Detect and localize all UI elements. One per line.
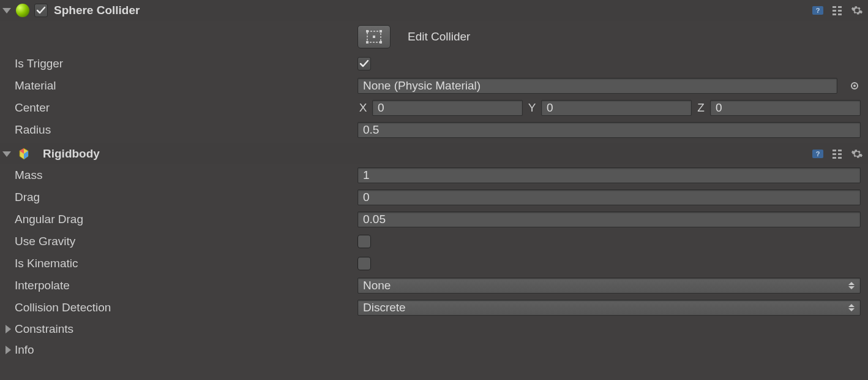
row-radius: Radius 0.5 (0, 119, 868, 141)
svg-rect-3 (838, 6, 842, 8)
svg-text:?: ? (816, 150, 820, 158)
foldout-toggle[interactable] (1, 5, 12, 16)
input-center-z[interactable]: 0 (710, 100, 861, 116)
input-center-x[interactable]: 0 (372, 100, 523, 116)
row-info: Info (0, 340, 868, 360)
row-drag: Drag 0 (0, 186, 868, 208)
label-interpolate: Interpolate (15, 279, 357, 292)
row-center: Center X 0 Y 0 Z 0 (0, 97, 868, 119)
input-drag[interactable]: 0 (357, 189, 861, 205)
row-collision-detection: Collision Detection Discrete (0, 297, 868, 319)
foldout-toggle-constraints[interactable] (2, 324, 13, 335)
label-material: Material (15, 79, 357, 93)
svg-rect-17 (838, 150, 842, 151)
svg-text:?: ? (816, 7, 820, 14)
label-collision-detection: Collision Detection (15, 301, 357, 314)
svg-rect-12 (380, 41, 382, 44)
label-is-trigger: Is Trigger (15, 57, 357, 70)
help-icon[interactable]: ? (810, 146, 825, 161)
row-constraints: Constraints (0, 319, 868, 340)
row-is-trigger: Is Trigger (0, 53, 868, 75)
row-use-gravity: Use Gravity (0, 230, 868, 253)
material-value: None (Physic Material) (363, 79, 481, 93)
label-info: Info (15, 343, 34, 357)
gear-icon[interactable] (850, 146, 864, 161)
input-center-y[interactable]: 0 (541, 100, 692, 116)
svg-rect-7 (838, 13, 842, 15)
sphere-collider-icon (16, 4, 29, 17)
object-picker-icon[interactable] (848, 80, 861, 92)
svg-rect-2 (832, 6, 836, 8)
preset-icon[interactable] (830, 3, 845, 18)
component-sphere-collider: Sphere Collider ? Edit C (0, 0, 868, 143)
svg-rect-10 (380, 30, 382, 32)
component-header: Sphere Collider ? (0, 0, 868, 21)
svg-rect-4 (832, 10, 836, 12)
row-interpolate: Interpolate None (0, 275, 868, 297)
component-title: Sphere Collider (54, 4, 140, 17)
checkbox-is-kinematic[interactable] (357, 257, 371, 270)
chevron-updown-icon (848, 304, 855, 311)
row-mass: Mass 1 (0, 164, 868, 186)
edit-collider-button[interactable] (357, 25, 391, 48)
collision-detection-value: Discrete (363, 301, 406, 314)
svg-rect-16 (832, 150, 836, 151)
label-z: Z (695, 101, 706, 115)
row-material: Material None (Physic Material) (0, 75, 868, 97)
checkbox-use-gravity[interactable] (357, 235, 371, 248)
row-edit-collider: Edit Collider (0, 21, 868, 53)
input-angular-drag[interactable]: 0.05 (357, 211, 861, 227)
edit-collider-label: Edit Collider (408, 30, 470, 44)
label-mass: Mass (15, 169, 357, 182)
dropdown-interpolate[interactable]: None (357, 278, 861, 294)
label-drag: Drag (15, 191, 357, 204)
label-angular-drag: Angular Drag (15, 213, 357, 226)
input-mass[interactable]: 1 (357, 167, 861, 183)
component-rigidbody: Rigidbody ? Mass 1 Drag 0 Angular Drag 0… (0, 143, 868, 360)
edit-collider-icon (365, 29, 383, 44)
svg-rect-5 (838, 10, 842, 12)
label-is-kinematic: Is Kinematic (15, 257, 357, 270)
svg-rect-13 (373, 36, 375, 38)
svg-rect-11 (366, 41, 369, 44)
label-use-gravity: Use Gravity (15, 235, 357, 248)
component-title: Rigidbody (43, 147, 100, 161)
svg-rect-20 (832, 157, 836, 159)
field-material[interactable]: None (Physic Material) (357, 78, 837, 94)
label-x: X (357, 101, 369, 115)
foldout-toggle-info[interactable] (2, 344, 13, 355)
row-is-kinematic: Is Kinematic (0, 253, 868, 275)
checkbox-is-trigger[interactable] (357, 57, 371, 70)
preset-icon[interactable] (830, 146, 845, 161)
chevron-updown-icon (848, 282, 855, 289)
help-icon[interactable]: ? (810, 3, 825, 18)
svg-rect-18 (832, 153, 836, 155)
interpolate-value: None (363, 279, 391, 292)
gear-icon[interactable] (850, 3, 864, 18)
rigidbody-icon (17, 147, 31, 161)
label-radius: Radius (15, 123, 357, 137)
svg-rect-6 (832, 13, 836, 15)
svg-rect-21 (838, 157, 842, 159)
input-radius[interactable]: 0.5 (357, 122, 861, 138)
svg-rect-9 (366, 30, 369, 32)
label-constraints: Constraints (15, 322, 73, 336)
svg-rect-19 (838, 153, 842, 155)
component-enable-checkbox[interactable] (34, 4, 48, 17)
component-header: Rigidbody ? (0, 143, 868, 164)
label-center: Center (15, 101, 357, 115)
label-y: Y (526, 101, 537, 115)
foldout-toggle[interactable] (1, 148, 12, 159)
dropdown-collision-detection[interactable]: Discrete (357, 300, 861, 316)
row-angular-drag: Angular Drag 0.05 (0, 208, 868, 230)
